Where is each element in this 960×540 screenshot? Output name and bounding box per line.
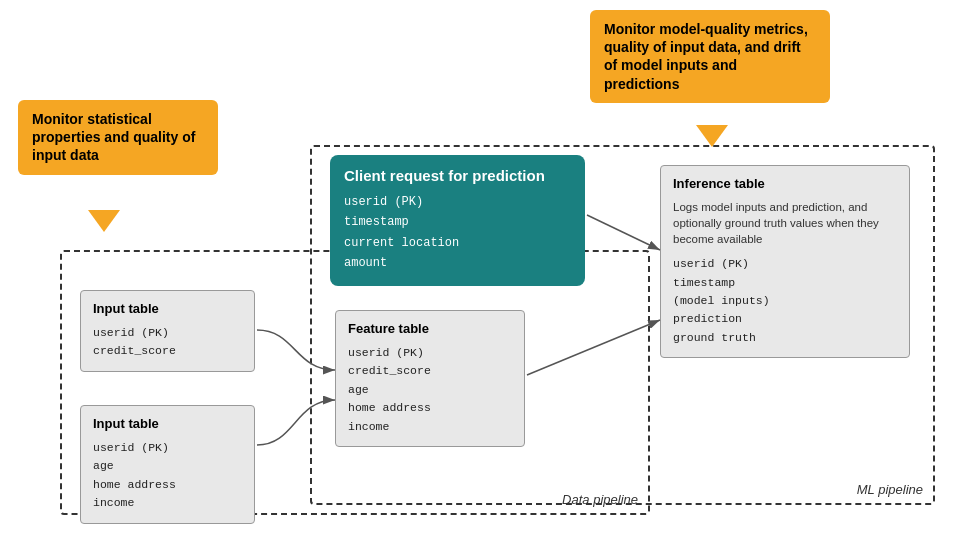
feature-field-4: home address — [348, 399, 512, 417]
feature-field-1: userid (PK) — [348, 344, 512, 362]
ml-pipeline-label: ML pipeline — [857, 482, 923, 497]
inference-table: Inference table Logs model inputs and pr… — [660, 165, 910, 358]
feature-field-3: age — [348, 381, 512, 399]
inference-field-2: timestamp — [673, 274, 897, 292]
feature-table: Feature table userid (PK) credit_score a… — [335, 310, 525, 447]
input1-field-1: userid (PK) — [93, 324, 242, 342]
inference-table-fields: userid (PK) timestamp (model inputs) pre… — [673, 255, 897, 347]
right-callout: Monitor model-quality metrics, quality o… — [590, 10, 830, 103]
client-request-title: Client request for prediction — [344, 167, 571, 184]
left-arrow-down — [88, 210, 120, 232]
feature-field-2: credit_score — [348, 362, 512, 380]
feature-field-5: income — [348, 418, 512, 436]
inference-table-desc: Logs model inputs and prediction, and op… — [673, 199, 897, 247]
inference-field-4: prediction — [673, 310, 897, 328]
input2-field-4: income — [93, 494, 242, 512]
inference-field-1: userid (PK) — [673, 255, 897, 273]
right-callout-text: Monitor model-quality metrics, quality o… — [604, 21, 808, 92]
feature-table-title: Feature table — [348, 321, 512, 336]
input-table-2-fields: userid (PK) age home address income — [93, 439, 242, 513]
input2-field-1: userid (PK) — [93, 439, 242, 457]
right-arrow-down — [696, 125, 728, 147]
client-request-fields: userid (PK) timestamp current location a… — [344, 192, 571, 274]
left-callout-text: Monitor statistical properties and quali… — [32, 111, 195, 163]
input-table-1-fields: userid (PK) credit_score — [93, 324, 242, 361]
input-table-1-title: Input table — [93, 301, 242, 316]
client-field-2: timestamp — [344, 212, 571, 232]
inference-table-title: Inference table — [673, 176, 897, 191]
inference-field-3: (model inputs) — [673, 292, 897, 310]
input2-field-2: age — [93, 457, 242, 475]
left-callout: Monitor statistical properties and quali… — [18, 100, 218, 175]
input-table-2-title: Input table — [93, 416, 242, 431]
inference-field-5: ground truth — [673, 329, 897, 347]
input-table-1: Input table userid (PK) credit_score — [80, 290, 255, 372]
feature-table-fields: userid (PK) credit_score age home addres… — [348, 344, 512, 436]
client-field-3: current location — [344, 233, 571, 253]
input1-field-2: credit_score — [93, 342, 242, 360]
data-pipeline-label: Data pipeline — [562, 492, 638, 507]
client-field-1: userid (PK) — [344, 192, 571, 212]
input2-field-3: home address — [93, 476, 242, 494]
input-table-2: Input table userid (PK) age home address… — [80, 405, 255, 524]
client-field-4: amount — [344, 253, 571, 273]
client-request-box: Client request for prediction userid (PK… — [330, 155, 585, 286]
